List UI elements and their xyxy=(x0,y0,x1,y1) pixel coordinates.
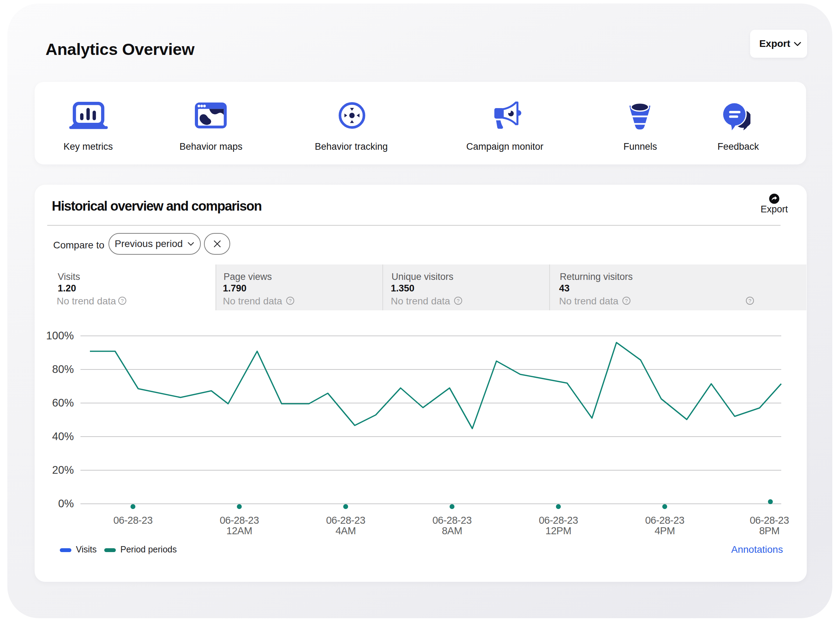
svg-text:4PM: 4PM xyxy=(655,525,675,536)
svg-text:12AM: 12AM xyxy=(226,525,252,536)
svg-text:40%: 40% xyxy=(52,430,74,442)
svg-text:06-28-23: 06-28-23 xyxy=(750,515,789,526)
svg-text:0%: 0% xyxy=(58,497,74,510)
svg-text:06-28-23: 06-28-23 xyxy=(539,515,578,526)
svg-text:60%: 60% xyxy=(52,397,74,409)
svg-text:20%: 20% xyxy=(52,464,74,476)
svg-text:80%: 80% xyxy=(52,363,74,376)
svg-text:8AM: 8AM xyxy=(442,525,462,536)
svg-text:06-28-23: 06-28-23 xyxy=(433,515,472,526)
svg-text:100%: 100% xyxy=(46,330,74,342)
svg-text:06-28-23: 06-28-23 xyxy=(114,515,153,526)
svg-text:06-28-23: 06-28-23 xyxy=(645,515,684,526)
svg-text:8PM: 8PM xyxy=(759,525,779,536)
svg-text:06-28-23: 06-28-23 xyxy=(326,515,365,526)
svg-text:06-28-23: 06-28-23 xyxy=(220,515,259,526)
svg-text:4AM: 4AM xyxy=(336,525,356,536)
svg-text:12PM: 12PM xyxy=(545,525,571,536)
